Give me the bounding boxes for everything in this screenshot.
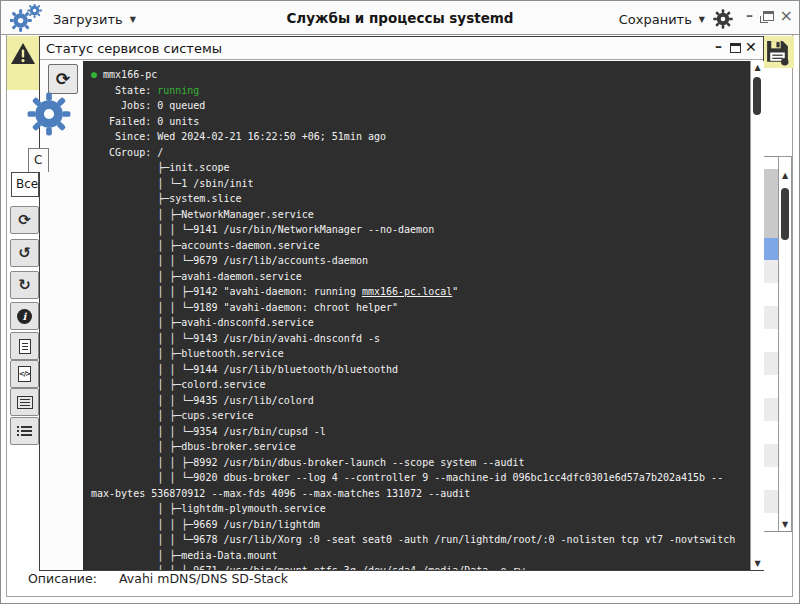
services-table-rows-strip (764, 260, 778, 531)
reload-button[interactable]: ↻ (10, 271, 39, 299)
info-button[interactable]: i (10, 302, 39, 330)
scroll-down-icon[interactable]: ▼ (779, 520, 791, 529)
scroll-thumb[interactable] (753, 77, 761, 115)
warning-strip (7, 36, 39, 90)
scroll-down-icon[interactable]: ▼ (751, 559, 764, 568)
selected-row-strip (764, 238, 778, 260)
table-scrollbar[interactable]: ▲ ▼ (778, 156, 792, 532)
dialog-close-button[interactable]: ✕ (745, 39, 757, 55)
refresh-icon: ⟳ (56, 69, 70, 89)
dialog-maximize-button[interactable] (730, 43, 741, 53)
save-button[interactable]: Сохранить ▼ (619, 9, 705, 29)
save-button-label: Сохранить (619, 12, 692, 27)
app-logo-gear-icon (26, 91, 72, 137)
dialog-titlebar[interactable]: Статус сервисов системы – ✕ (40, 37, 763, 60)
refresh-icon: ⟳ (18, 213, 31, 228)
reload-icon: ↻ (18, 278, 31, 293)
unit-list-button[interactable] (10, 417, 39, 445)
history-button[interactable]: ↺ (10, 239, 39, 267)
services-tab[interactable]: С (28, 148, 49, 172)
maximize-button[interactable] (763, 11, 774, 21)
close-button[interactable]: × (780, 6, 793, 25)
scroll-thumb[interactable] (781, 188, 789, 240)
dialog-refresh-button[interactable]: ⟳ (48, 64, 78, 94)
filter-select-value: Все (16, 177, 38, 191)
info-icon: i (17, 309, 32, 324)
filter-select[interactable]: Все (11, 172, 39, 197)
dialog-minimize-button[interactable]: – (715, 38, 722, 54)
top-toolbar: Загрузить ▼ Службы и процессы systemd Со… (1, 1, 799, 35)
app-window: Загрузить ▼ Службы и процессы systemd Со… (0, 0, 800, 604)
history-icon: ↺ (18, 246, 31, 261)
terminal[interactable]: ● mmx166-pc State: running Jobs: 0 queue… (83, 61, 750, 570)
table-bottom-border (764, 531, 792, 532)
scroll-up-icon[interactable]: ▲ (779, 171, 791, 180)
services-tab-label: С (34, 153, 42, 167)
code-glyph: </> (19, 370, 30, 378)
edit-unit-button[interactable]: </> (10, 360, 39, 388)
settings-gear-button[interactable] (713, 9, 733, 29)
description-value: Avahi mDNS/DNS SD-Stack (119, 571, 288, 586)
minimize-button[interactable]: – (746, 7, 757, 23)
dialog-title: Статус сервисов системы (46, 41, 222, 56)
code-file-icon: </> (18, 366, 31, 382)
description-label: Описание: (28, 571, 97, 586)
status-dialog: Статус сервисов системы – ✕ ⟳ ● mmx166-p… (39, 36, 764, 571)
save-strip (763, 36, 794, 68)
list-box-icon (17, 396, 33, 409)
terminal-scrollbar[interactable]: ▲ ▼ (750, 61, 764, 570)
services-table-header-strip (764, 169, 778, 238)
terminal-text: ● mmx166-pc State: running Jobs: 0 queue… (83, 61, 750, 570)
unit-file-button[interactable] (10, 332, 39, 360)
chevron-down-icon: ▼ (699, 15, 705, 24)
warning-icon (10, 42, 36, 66)
refresh-list-button[interactable]: ⟳ (10, 206, 39, 234)
bullet-list-icon (17, 425, 33, 437)
floppy-save-icon (765, 39, 790, 66)
scroll-up-icon[interactable]: ▲ (751, 63, 764, 72)
log-view-button[interactable] (10, 388, 39, 416)
document-icon (19, 339, 31, 354)
